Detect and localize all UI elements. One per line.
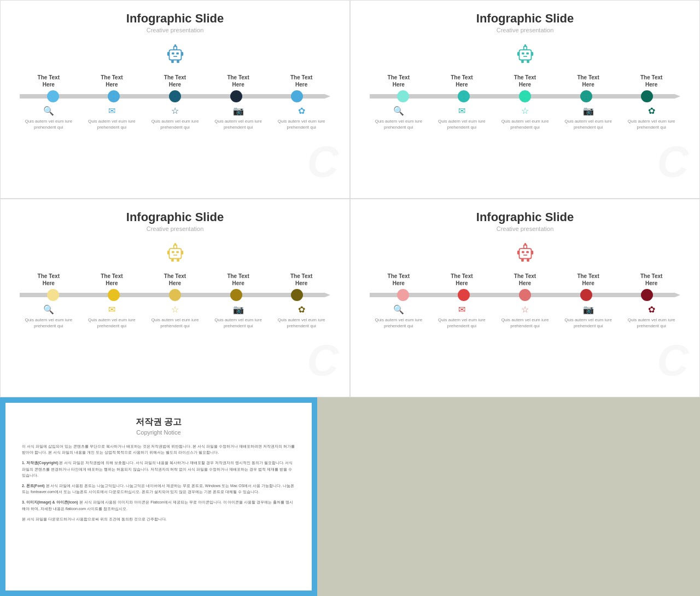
svg-rect-39 (527, 259, 529, 262)
slide-1-desc: Quis autem vel eum iure prehenderit qui … (17, 118, 333, 130)
text-item-4-4: The TextHere (557, 273, 620, 287)
copyright-intro: 이 서식 파일에 삽입되어 있는 콘텐츠를 무단으로 복사하거나 배포하는 것은… (22, 443, 295, 455)
dot-4-2 (458, 289, 470, 301)
slide-4-subtitle: Creative presentation (361, 225, 689, 232)
desc-3-1: Quis autem vel eum iure prehenderit qui (17, 317, 80, 329)
slide-2-dots (370, 90, 680, 102)
svg-rect-22 (176, 251, 179, 253)
svg-rect-29 (177, 259, 179, 262)
desc-2-4: Quis autem vel eum iure prehenderit qui (557, 118, 620, 130)
slide-2-text-row: The TextHere The TextHere The TextHere T… (367, 74, 683, 88)
slide-4-timeline: The TextHere The TextHere The TextHere T… (367, 273, 683, 329)
slide-3-dots (20, 289, 330, 301)
slide-2-desc: Quis autem vel eum iure prehenderit qui … (367, 118, 683, 130)
text-item-2-4: The TextHere (557, 74, 620, 88)
desc-4-3: Quis autem vel eum iure prehenderit qui (493, 317, 557, 329)
icon-3-1: 🔍 (17, 304, 80, 315)
slide-3: C Infographic Slide Creative presentatio… (0, 199, 350, 397)
dot-4-3 (519, 289, 531, 301)
svg-rect-1 (172, 53, 174, 55)
desc-2-1: Quis autem vel eum iure prehenderit qui (367, 118, 430, 130)
bottom-section: 저작권 공고 Copyright Notice 이 서식 파일에 삽입되어 있는… (0, 397, 700, 596)
dot-2-2 (458, 90, 470, 102)
svg-rect-26 (167, 251, 169, 254)
svg-rect-0 (169, 50, 181, 60)
slide-1-icons: 🔍 ✉ ☆ 📷 ✿ (17, 106, 333, 116)
copyright-panel: 저작권 공고 Copyright Notice 이 서식 파일에 삽입되어 있는… (0, 397, 317, 596)
watermark-2: C (657, 137, 689, 187)
svg-rect-19 (527, 60, 529, 63)
svg-rect-37 (531, 251, 533, 254)
text-item-1-3: The TextHere (143, 74, 207, 88)
text-item-2-5: The TextHere (620, 74, 683, 88)
dot-3-2 (108, 289, 120, 301)
dot-2-5 (641, 90, 653, 102)
slide-1-subtitle: Creative presentation (11, 27, 339, 33)
slide-2-bar (370, 91, 680, 101)
dot-3-3 (169, 289, 181, 301)
gray-panel (317, 397, 700, 596)
icon-2-1: 🔍 (367, 106, 430, 116)
icon-4-3: ☆ (493, 304, 557, 315)
svg-point-5 (174, 44, 176, 47)
slide-4-dots (370, 289, 680, 301)
svg-point-15 (524, 44, 526, 47)
desc-2-2: Quis autem vel eum iure prehenderit qui (430, 118, 494, 130)
dot-1-3 (169, 90, 181, 102)
slide-3-bar (20, 290, 330, 300)
slide-1-dots (20, 90, 330, 102)
slide-2-subtitle: Creative presentation (361, 27, 689, 33)
copyright-body: 이 서식 파일에 삽입되어 있는 콘텐츠를 무단으로 복사하거나 배포하는 것은… (22, 443, 295, 522)
watermark-1: C (307, 137, 339, 187)
text-item-3-3: The TextHere (143, 273, 207, 287)
text-item-2-3: The TextHere (493, 74, 557, 88)
icon-1-3: ☆ (143, 106, 207, 116)
svg-rect-11 (522, 53, 524, 55)
icon-3-4: 📷 (207, 304, 270, 315)
svg-rect-14 (523, 47, 527, 50)
svg-rect-9 (177, 60, 179, 63)
desc-4-5: Quis autem vel eum iure prehenderit qui (620, 317, 683, 329)
icon-3-3: ☆ (143, 304, 207, 315)
dot-1-1 (47, 90, 59, 102)
svg-rect-36 (517, 251, 519, 254)
svg-rect-17 (531, 52, 533, 56)
svg-rect-2 (176, 53, 179, 55)
icon-4-2: ✉ (430, 304, 494, 315)
copyright-section-2: 2. 폰트(Font) 본 서식 파일에 사용된 폰트는 나눔고딕입니다. 나눔… (22, 483, 295, 495)
desc-4-1: Quis autem vel eum iure prehenderit qui (367, 317, 430, 329)
slide-4-icons: 🔍 ✉ ☆ 📷 ✿ (367, 304, 683, 315)
slide-2-timeline: The TextHere The TextHere The TextHere T… (367, 74, 683, 130)
desc-1-1: Quis autem vel eum iure prehenderit qui (17, 118, 80, 130)
icon-2-3: ☆ (493, 106, 557, 116)
slide-3-robot (11, 238, 339, 270)
text-item-2-1: The TextHere (367, 74, 430, 88)
slide-3-desc: Quis autem vel eum iure prehenderit qui … (17, 317, 333, 329)
icon-4-4: 📷 (557, 304, 620, 315)
svg-rect-34 (523, 245, 527, 248)
svg-rect-6 (167, 52, 169, 56)
slide-2-robot (361, 39, 689, 71)
icon-3-5: ✿ (270, 304, 333, 315)
watermark-3: C (307, 335, 339, 386)
svg-rect-30 (519, 248, 531, 258)
icon-1-4: 📷 (207, 106, 270, 116)
slide-3-text-row: The TextHere The TextHere The TextHere T… (17, 273, 333, 287)
icon-1-2: ✉ (80, 106, 144, 116)
copyright-section-3: 3. 이미지(Image) & 아이콘(Icon) 본 서식 파일에 사용된 이… (22, 499, 295, 511)
text-item-1-2: The TextHere (80, 74, 144, 88)
dot-3-1 (47, 289, 59, 301)
watermark-4: C (657, 335, 689, 386)
slide-2-icons: 🔍 ✉ ☆ 📷 ✿ (367, 106, 683, 116)
svg-rect-18 (521, 60, 524, 63)
dot-4-1 (397, 289, 409, 301)
icon-4-1: 🔍 (367, 304, 430, 315)
svg-rect-7 (181, 52, 183, 56)
copyright-title-kr: 저작권 공고 (22, 416, 295, 428)
desc-3-2: Quis autem vel eum iure prehenderit qui (80, 317, 144, 329)
desc-1-2: Quis autem vel eum iure prehenderit qui (80, 118, 144, 130)
text-item-1-4: The TextHere (207, 74, 270, 88)
text-item-4-3: The TextHere (493, 273, 557, 287)
desc-3-3: Quis autem vel eum iure prehenderit qui (143, 317, 207, 329)
svg-rect-24 (173, 245, 177, 248)
